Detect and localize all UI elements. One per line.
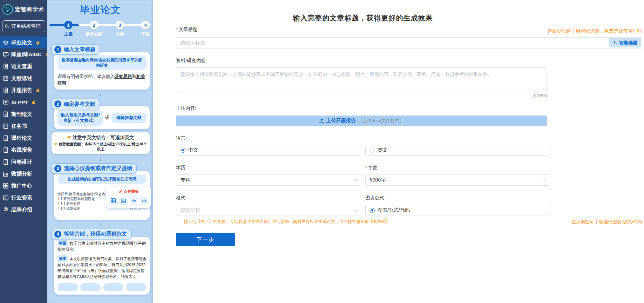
school-format-select[interactable]: 默认学校 xyxy=(176,205,361,216)
step-circle-4[interactable]: 4 xyxy=(141,21,150,29)
sidebar-item-promotion-center[interactable]: 推广中心 xyxy=(0,180,47,192)
chevron-down-icon xyxy=(543,177,547,182)
step-label-topic: 主题 xyxy=(64,31,73,37)
sidebar-item-brand-intro[interactable]: ® 品牌介绍 xyxy=(0,204,47,216)
section-number: 1 xyxy=(54,46,61,53)
sidebar-item-label: 行业资讯 xyxy=(11,195,32,201)
chart-formula-note: 在大纲处可手动选择图表/公式/代码 xyxy=(571,219,642,225)
sidebar-item-label: 开题报告 xyxy=(11,87,32,94)
chart-formula-label: 图表公式: xyxy=(365,195,550,201)
format-value: 默认学校 xyxy=(181,207,353,213)
sidebar-item-reduce-aigc[interactable]: 降重/降AIGC xyxy=(0,48,47,60)
formula-icon-button[interactable]: √x xyxy=(130,197,138,205)
recommended-references-pill: 选择推荐文献 xyxy=(111,113,147,123)
sidebar-item-ai-ppt[interactable]: AI PPT xyxy=(0,96,47,108)
table-icon-button[interactable] xyxy=(109,197,117,205)
custom-references-pill: 输入自定义参考文献/查新（引文格式） xyxy=(57,110,103,125)
section-title: 确定参考文献 xyxy=(64,101,95,107)
sidebar-item-proposal-report[interactable]: 开题报告 xyxy=(0,84,47,96)
order-result-search[interactable]: 订单结果查询 xyxy=(2,20,45,32)
step-circle-1[interactable]: 1 xyxy=(64,21,73,29)
tip-sub: ☛推荐数量提醒：本科15个以上/硕士20个以上/博士30个以上 xyxy=(54,142,148,152)
sidebar-item-label: 论文查重 xyxy=(11,63,32,70)
flame-icon xyxy=(31,100,36,105)
sidebar-item-questionnaire-design[interactable]: 问卷设计 xyxy=(0,156,47,168)
upload-icon xyxy=(319,118,324,124)
newspaper-icon xyxy=(3,195,9,201)
language-label: 语言: xyxy=(176,135,642,141)
pointing-finger-icon: ☛ xyxy=(67,135,72,140)
radio-unselected-icon xyxy=(370,148,375,153)
title-input[interactable] xyxy=(176,37,642,48)
abstract-tag: 摘要 xyxy=(57,255,68,262)
sidebar-item-graduation-thesis[interactable]: 毕业论文 xyxy=(0,37,47,48)
pin-icon xyxy=(118,189,123,193)
smart-topic-help-link[interactable]: 选题没思路？用智能选题，免费选题节省时间 xyxy=(547,28,642,34)
word-count-value: 5000字 xyxy=(370,177,543,183)
sidebar-item-label: 推广中心 xyxy=(11,183,32,189)
guide-section2-card: 输入自定义参考文献/查新（引文格式） 或 选择推荐文献 xyxy=(54,106,150,129)
smart-topic-button[interactable]: 智能选题 xyxy=(609,38,641,47)
sidebar-item-literature-review[interactable]: 文献综述 xyxy=(0,72,47,84)
guide-section1-badge: 1 输入文章标题 xyxy=(52,44,100,55)
sidebar-item-practice-report[interactable]: 实践报告 xyxy=(0,144,47,156)
section-number: 4 xyxy=(54,231,61,238)
required-asterisk: * xyxy=(365,165,367,170)
document-icon xyxy=(3,64,9,70)
sidebar-item-label: 实践报告 xyxy=(11,147,32,153)
code-icon-button[interactable]: </> xyxy=(140,197,148,205)
guide-section1-card: 数字普惠金融对河南省农村属民消费水平的影响研究 课题有明确要求的，建议输入研究思… xyxy=(54,52,150,90)
step-circle-3[interactable]: 3 xyxy=(116,21,124,29)
image-icon-button[interactable] xyxy=(119,197,128,205)
sidebar-item-journal-paper[interactable]: 期刊论文 xyxy=(0,108,47,120)
or-label: 或 xyxy=(105,114,109,121)
workflow-guide-panel: 毕业论文 1 2 3 4 主题 参考文献 大纲 下载 1 输入文章标题 数字普惠… xyxy=(47,0,153,303)
chevron-down-icon xyxy=(353,208,358,212)
word-count-select[interactable]: 5000字 xyxy=(365,174,550,186)
document-icon xyxy=(3,135,9,141)
down-arrow-icon: ↓ xyxy=(52,91,150,98)
sidebar-item-label: 问卷设计 xyxy=(11,159,32,165)
search-icon xyxy=(5,24,9,29)
example-title-pill: 数字普惠金融对河南省农村属民消费水平的影响研究 xyxy=(57,55,147,70)
sidebar-item-label: AI PPT xyxy=(11,99,28,105)
flame-icon xyxy=(45,52,47,57)
guide-title: 毕业论文 xyxy=(52,4,150,16)
sample-keyword-pills xyxy=(57,283,147,291)
degree-select[interactable]: 专科 xyxy=(176,174,361,186)
sidebar-item-label: 毕业论文 xyxy=(11,39,32,46)
format-label: 格式: xyxy=(176,195,361,201)
chart-formula-option[interactable]: 图表/公式/代码 xyxy=(365,205,550,216)
next-step-button[interactable]: 下一步 xyxy=(176,233,235,246)
degree-value: 专科 xyxy=(181,177,353,183)
upload-proposal-button[interactable]: 上传开题报告 （上传docx文件格式） xyxy=(176,116,547,126)
step-label-references: 参考文献 xyxy=(86,31,102,37)
progress-stepper: 1 2 3 4 主题 参考文献 大纲 下载 xyxy=(52,20,150,39)
school-format-note: 找不到【自己】的学校，可以联系【在线客服】进行添加。同时也可以先生成论文，后面找… xyxy=(184,219,390,225)
option-label: 图表/公式/代码 xyxy=(378,207,410,213)
char-counter: 0/1500 xyxy=(176,93,547,98)
guide-section2-badge: 2 确定参考文献 xyxy=(52,99,100,109)
step-circle-2[interactable]: 2 xyxy=(90,21,98,29)
sidebar-item-course-paper[interactable]: 课程论文 xyxy=(0,132,47,144)
sidebar-item-label: 任务书 xyxy=(11,123,27,130)
bar-chart-icon xyxy=(3,171,9,177)
language-option-chinese[interactable]: 中文 xyxy=(176,145,361,156)
section1-note: 课题有明确要求的，建议输入研究思路和相关材料 xyxy=(57,73,147,86)
upload-section-label: 上传内容: xyxy=(176,105,642,112)
chevron-down-icon xyxy=(353,177,358,182)
sidebar-item-label: 课程论文 xyxy=(11,135,32,141)
sidebar-item-data-analysis[interactable]: 数据分析 xyxy=(0,168,47,180)
research-content-textarea[interactable] xyxy=(176,67,547,92)
document-icon xyxy=(3,75,9,81)
sidebar-item-plagiarism-check[interactable]: 论文查重 xyxy=(0,60,47,72)
sidebar-item-task-book[interactable]: 任务书 xyxy=(0,120,47,132)
step-label-download: 下载 xyxy=(141,31,150,37)
language-option-english[interactable]: 英文 xyxy=(365,145,550,156)
sample-title: 标题数字普惠金融对河南省农村居民消费水平的影响研究 xyxy=(57,240,147,253)
guide-section4-badge: 4 等待片刻，获得AI原创范文 xyxy=(52,229,131,239)
down-arrow-icon: ↓ xyxy=(52,156,150,163)
tip-main: ☛注意中英文结合：可追加英文 xyxy=(54,134,148,141)
sidebar-item-label: 品牌介绍 xyxy=(11,206,32,213)
sidebar-item-industry-news[interactable]: 行业资讯 xyxy=(0,192,47,204)
